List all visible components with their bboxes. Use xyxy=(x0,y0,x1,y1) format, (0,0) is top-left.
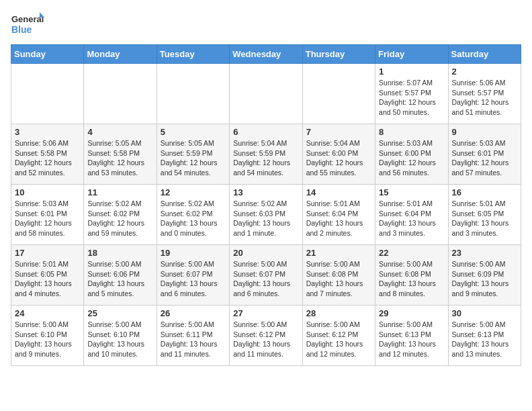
day-info: Sunrise: 5:00 AM Sunset: 6:08 PM Dayligh… xyxy=(379,259,444,299)
day-number: 9 xyxy=(452,127,517,137)
calendar-cell: 28Sunrise: 5:00 AM Sunset: 6:12 PM Dayli… xyxy=(302,306,375,366)
day-number: 30 xyxy=(452,308,517,318)
calendar-cell: 8Sunrise: 5:03 AM Sunset: 6:00 PM Daylig… xyxy=(375,124,448,185)
calendar-cell xyxy=(230,64,302,124)
day-number: 27 xyxy=(233,308,298,318)
calendar-header-row: SundayMondayTuesdayWednesdayThursdayFrid… xyxy=(11,45,521,64)
day-info: Sunrise: 5:01 AM Sunset: 6:04 PM Dayligh… xyxy=(306,199,371,238)
day-info: Sunrise: 5:03 AM Sunset: 6:01 PM Dayligh… xyxy=(452,138,517,178)
calendar-cell: 10Sunrise: 5:03 AM Sunset: 6:01 PM Dayli… xyxy=(11,185,84,245)
calendar-cell: 30Sunrise: 5:00 AM Sunset: 6:13 PM Dayli… xyxy=(448,306,521,366)
calendar-cell: 29Sunrise: 5:00 AM Sunset: 6:13 PM Dayli… xyxy=(375,306,448,366)
calendar-cell: 25Sunrise: 5:00 AM Sunset: 6:10 PM Dayli… xyxy=(84,306,157,366)
day-number: 26 xyxy=(161,308,226,318)
page-header: General Blue xyxy=(11,11,521,38)
day-number: 3 xyxy=(15,127,80,137)
calendar-cell: 3Sunrise: 5:06 AM Sunset: 5:58 PM Daylig… xyxy=(11,124,84,185)
calendar-week-3: 10Sunrise: 5:03 AM Sunset: 6:01 PM Dayli… xyxy=(11,185,521,245)
calendar-cell: 17Sunrise: 5:01 AM Sunset: 6:05 PM Dayli… xyxy=(11,245,84,306)
day-number: 16 xyxy=(452,187,517,197)
day-info: Sunrise: 5:00 AM Sunset: 6:07 PM Dayligh… xyxy=(161,259,226,299)
day-number: 1 xyxy=(379,66,444,77)
calendar-cell: 5Sunrise: 5:05 AM Sunset: 5:59 PM Daylig… xyxy=(157,124,229,185)
day-info: Sunrise: 5:00 AM Sunset: 6:10 PM Dayligh… xyxy=(87,320,152,359)
day-number: 13 xyxy=(233,187,298,197)
column-header-wednesday: Wednesday xyxy=(230,45,302,64)
column-header-saturday: Saturday xyxy=(448,45,521,64)
calendar-cell xyxy=(84,64,157,124)
day-info: Sunrise: 5:04 AM Sunset: 5:59 PM Dayligh… xyxy=(233,138,298,178)
day-number: 6 xyxy=(233,127,298,137)
day-number: 5 xyxy=(161,127,226,137)
day-info: Sunrise: 5:03 AM Sunset: 6:00 PM Dayligh… xyxy=(379,138,444,178)
logo-svg: General Blue xyxy=(11,11,44,38)
column-header-sunday: Sunday xyxy=(11,45,84,64)
column-header-friday: Friday xyxy=(375,45,448,64)
calendar-cell xyxy=(157,64,229,124)
calendar-cell: 4Sunrise: 5:05 AM Sunset: 5:58 PM Daylig… xyxy=(84,124,157,185)
day-info: Sunrise: 5:00 AM Sunset: 6:13 PM Dayligh… xyxy=(452,320,517,359)
calendar-cell: 18Sunrise: 5:00 AM Sunset: 6:06 PM Dayli… xyxy=(84,245,157,306)
day-info: Sunrise: 5:01 AM Sunset: 6:05 PM Dayligh… xyxy=(15,259,80,299)
calendar-cell: 2Sunrise: 5:06 AM Sunset: 5:57 PM Daylig… xyxy=(448,64,521,124)
day-info: Sunrise: 5:00 AM Sunset: 6:12 PM Dayligh… xyxy=(306,320,371,359)
calendar-week-2: 3Sunrise: 5:06 AM Sunset: 5:58 PM Daylig… xyxy=(11,124,521,185)
day-info: Sunrise: 5:00 AM Sunset: 6:10 PM Dayligh… xyxy=(15,320,80,359)
day-info: Sunrise: 5:00 AM Sunset: 6:13 PM Dayligh… xyxy=(379,320,444,359)
day-info: Sunrise: 5:00 AM Sunset: 6:11 PM Dayligh… xyxy=(161,320,226,359)
day-number: 7 xyxy=(306,127,371,137)
day-info: Sunrise: 5:02 AM Sunset: 6:03 PM Dayligh… xyxy=(233,199,298,238)
day-number: 23 xyxy=(452,248,517,258)
calendar-cell: 27Sunrise: 5:00 AM Sunset: 6:12 PM Dayli… xyxy=(230,306,302,366)
calendar-cell: 9Sunrise: 5:03 AM Sunset: 6:01 PM Daylig… xyxy=(448,124,521,185)
day-info: Sunrise: 5:05 AM Sunset: 5:58 PM Dayligh… xyxy=(87,138,152,178)
day-number: 11 xyxy=(87,187,152,197)
day-info: Sunrise: 5:00 AM Sunset: 6:07 PM Dayligh… xyxy=(233,259,298,299)
calendar-cell: 12Sunrise: 5:02 AM Sunset: 6:02 PM Dayli… xyxy=(157,185,229,245)
calendar-cell: 1Sunrise: 5:07 AM Sunset: 5:57 PM Daylig… xyxy=(375,64,448,124)
day-info: Sunrise: 5:00 AM Sunset: 6:08 PM Dayligh… xyxy=(306,259,371,299)
day-number: 17 xyxy=(15,248,80,258)
calendar-week-4: 17Sunrise: 5:01 AM Sunset: 6:05 PM Dayli… xyxy=(11,245,521,306)
day-info: Sunrise: 5:00 AM Sunset: 6:12 PM Dayligh… xyxy=(233,320,298,359)
day-number: 25 xyxy=(87,308,152,318)
day-number: 29 xyxy=(379,308,444,318)
day-info: Sunrise: 5:00 AM Sunset: 6:09 PM Dayligh… xyxy=(452,259,517,299)
day-number: 12 xyxy=(161,187,226,197)
calendar: SundayMondayTuesdayWednesdayThursdayFrid… xyxy=(11,44,521,366)
calendar-cell xyxy=(11,64,84,124)
day-info: Sunrise: 5:04 AM Sunset: 6:00 PM Dayligh… xyxy=(306,138,371,178)
calendar-cell: 16Sunrise: 5:01 AM Sunset: 6:05 PM Dayli… xyxy=(448,185,521,245)
calendar-week-5: 24Sunrise: 5:00 AM Sunset: 6:10 PM Dayli… xyxy=(11,306,521,366)
calendar-cell: 19Sunrise: 5:00 AM Sunset: 6:07 PM Dayli… xyxy=(157,245,229,306)
day-number: 19 xyxy=(161,248,226,258)
calendar-cell: 23Sunrise: 5:00 AM Sunset: 6:09 PM Dayli… xyxy=(448,245,521,306)
day-number: 14 xyxy=(306,187,371,197)
svg-text:General: General xyxy=(11,14,44,24)
day-number: 28 xyxy=(306,308,371,318)
day-number: 18 xyxy=(87,248,152,258)
day-number: 4 xyxy=(87,127,152,137)
day-number: 22 xyxy=(379,248,444,258)
column-header-thursday: Thursday xyxy=(302,45,375,64)
day-info: Sunrise: 5:07 AM Sunset: 5:57 PM Dayligh… xyxy=(379,78,444,118)
calendar-cell: 11Sunrise: 5:02 AM Sunset: 6:02 PM Dayli… xyxy=(84,185,157,245)
day-info: Sunrise: 5:05 AM Sunset: 5:59 PM Dayligh… xyxy=(161,138,226,178)
calendar-cell: 26Sunrise: 5:00 AM Sunset: 6:11 PM Dayli… xyxy=(157,306,229,366)
calendar-cell: 15Sunrise: 5:01 AM Sunset: 6:04 PM Dayli… xyxy=(375,185,448,245)
column-header-tuesday: Tuesday xyxy=(157,45,229,64)
day-info: Sunrise: 5:01 AM Sunset: 6:04 PM Dayligh… xyxy=(379,199,444,238)
day-info: Sunrise: 5:00 AM Sunset: 6:06 PM Dayligh… xyxy=(87,259,152,299)
day-number: 10 xyxy=(15,187,80,197)
day-number: 24 xyxy=(15,308,80,318)
column-header-monday: Monday xyxy=(84,45,157,64)
day-info: Sunrise: 5:02 AM Sunset: 6:02 PM Dayligh… xyxy=(87,199,152,238)
logo: General Blue xyxy=(11,11,44,38)
calendar-cell: 20Sunrise: 5:00 AM Sunset: 6:07 PM Dayli… xyxy=(230,245,302,306)
day-number: 8 xyxy=(379,127,444,137)
calendar-cell: 13Sunrise: 5:02 AM Sunset: 6:03 PM Dayli… xyxy=(230,185,302,245)
calendar-cell: 14Sunrise: 5:01 AM Sunset: 6:04 PM Dayli… xyxy=(302,185,375,245)
calendar-cell xyxy=(302,64,375,124)
svg-text:Blue: Blue xyxy=(11,24,32,35)
calendar-week-1: 1Sunrise: 5:07 AM Sunset: 5:57 PM Daylig… xyxy=(11,64,521,124)
